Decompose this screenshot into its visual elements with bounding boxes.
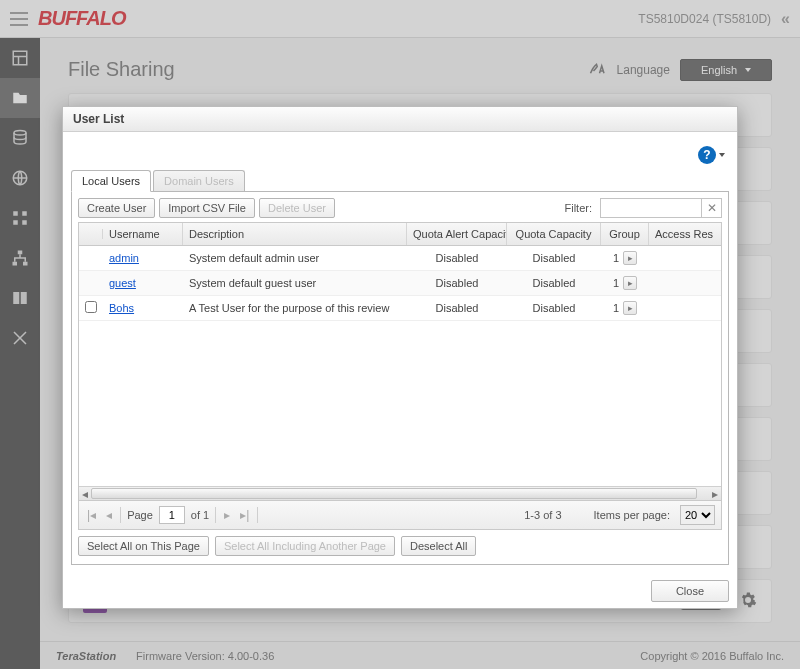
row-group-count: 1 bbox=[613, 277, 619, 289]
dialog-title: User List bbox=[63, 107, 737, 132]
row-checkbox[interactable] bbox=[85, 301, 97, 313]
next-page-button: ▸ bbox=[222, 508, 232, 522]
create-user-button[interactable]: Create User bbox=[78, 198, 155, 218]
page-of-label: of 1 bbox=[191, 509, 209, 521]
row-quota-alert: Disabled bbox=[407, 297, 507, 319]
range-label: 1-3 of 3 bbox=[524, 509, 561, 521]
col-quota-capacity[interactable]: Quota Capacity bbox=[507, 223, 601, 245]
page-number-input[interactable] bbox=[159, 506, 185, 524]
filter-input[interactable] bbox=[601, 199, 701, 217]
select-all-page-button[interactable]: Select All on This Page bbox=[78, 536, 209, 556]
row-quota-cap: Disabled bbox=[507, 247, 601, 269]
row-description: System default admin user bbox=[183, 247, 407, 269]
row-description: System default guest user bbox=[183, 272, 407, 294]
username-link[interactable]: admin bbox=[109, 252, 139, 264]
items-per-page-label: Items per page: bbox=[594, 509, 670, 521]
table-row[interactable]: guestSystem default guest userDisabledDi… bbox=[79, 271, 721, 296]
tab-domain-users: Domain Users bbox=[153, 170, 245, 192]
row-group-count: 1 bbox=[613, 252, 619, 264]
group-expand-icon[interactable]: ▸ bbox=[623, 301, 637, 315]
import-csv-button[interactable]: Import CSV File bbox=[159, 198, 255, 218]
col-access-restrictions[interactable]: Access Res bbox=[649, 223, 721, 245]
scroll-right-icon[interactable]: ▸ bbox=[709, 487, 721, 500]
clear-filter-icon[interactable]: ✕ bbox=[701, 198, 721, 218]
scroll-left-icon[interactable]: ◂ bbox=[79, 487, 91, 500]
grid-header: Username Description Quota Alert Capacit… bbox=[79, 223, 721, 246]
username-link[interactable]: Bohs bbox=[109, 302, 134, 314]
row-quota-alert: Disabled bbox=[407, 272, 507, 294]
select-all-pages-button: Select All Including Another Page bbox=[215, 536, 395, 556]
help-icon[interactable]: ? bbox=[698, 146, 716, 164]
page-label: Page bbox=[127, 509, 153, 521]
filter-label: Filter: bbox=[565, 202, 593, 214]
row-group-count: 1 bbox=[613, 302, 619, 314]
items-per-page-select[interactable]: 20 bbox=[680, 505, 715, 525]
row-quota-cap: Disabled bbox=[507, 272, 601, 294]
group-expand-icon[interactable]: ▸ bbox=[623, 276, 637, 290]
help-dropdown-icon[interactable] bbox=[719, 153, 725, 157]
delete-user-button: Delete User bbox=[259, 198, 335, 218]
username-link[interactable]: guest bbox=[109, 277, 136, 289]
row-description: A Test User for the purpose of this revi… bbox=[183, 297, 407, 319]
user-list-dialog: User List ? Local Users Domain Users Cre… bbox=[62, 106, 738, 609]
tab-bar: Local Users Domain Users bbox=[71, 170, 729, 192]
close-button[interactable]: Close bbox=[651, 580, 729, 602]
table-row[interactable]: BohsA Test User for the purpose of this … bbox=[79, 296, 721, 321]
col-description[interactable]: Description bbox=[183, 223, 407, 245]
col-username[interactable]: Username bbox=[103, 223, 183, 245]
last-page-button: ▸| bbox=[238, 508, 251, 522]
col-quota-alert[interactable]: Quota Alert Capacity bbox=[407, 223, 507, 245]
pager: |◂ ◂ Page of 1 ▸ ▸| 1-3 of 3 Items per p… bbox=[78, 501, 722, 530]
deselect-all-button[interactable]: Deselect All bbox=[401, 536, 476, 556]
prev-page-button: ◂ bbox=[104, 508, 114, 522]
tab-local-users[interactable]: Local Users bbox=[71, 170, 151, 192]
group-expand-icon[interactable]: ▸ bbox=[623, 251, 637, 265]
table-row[interactable]: adminSystem default admin userDisabledDi… bbox=[79, 246, 721, 271]
col-group[interactable]: Group bbox=[601, 223, 649, 245]
row-quota-alert: Disabled bbox=[407, 247, 507, 269]
first-page-button: |◂ bbox=[85, 508, 98, 522]
horizontal-scrollbar[interactable]: ◂ ▸ bbox=[79, 486, 721, 500]
row-quota-cap: Disabled bbox=[507, 297, 601, 319]
